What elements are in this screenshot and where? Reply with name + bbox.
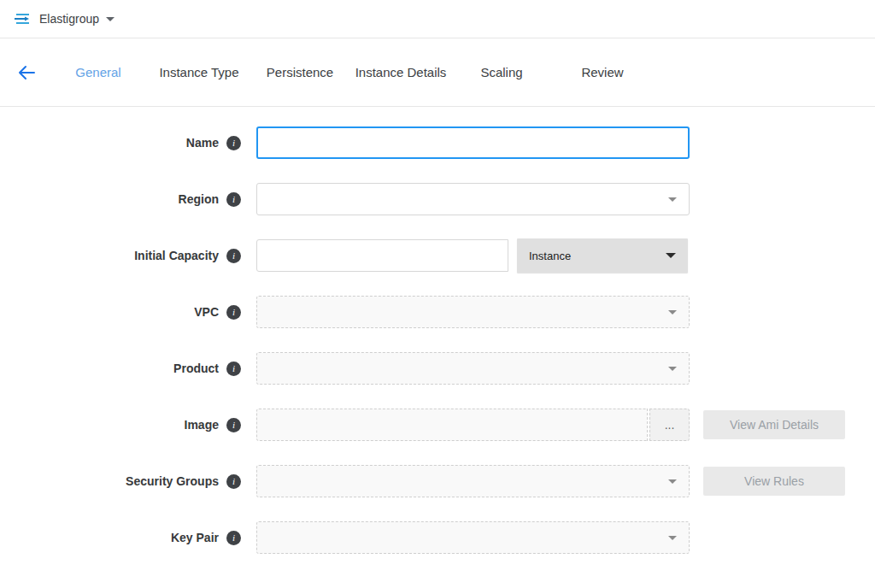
vpc-select[interactable] bbox=[256, 296, 690, 328]
product-label: Product bbox=[173, 362, 219, 375]
form-row-image: Image i ... View Ami Details bbox=[0, 409, 875, 441]
image-label: Image bbox=[185, 418, 219, 432]
key-pair-label: Key Pair bbox=[171, 531, 219, 544]
capacity-unit-select[interactable]: Instance bbox=[517, 238, 688, 273]
security-groups-label: Security Groups bbox=[126, 474, 219, 488]
general-settings-form: Name i Region i Initial Capacity i Insta… bbox=[0, 107, 875, 554]
tab-persistence[interactable]: Persistence bbox=[250, 65, 350, 79]
region-label: Region bbox=[179, 192, 219, 206]
security-groups-select[interactable] bbox=[256, 465, 690, 497]
form-row-name: Name i bbox=[0, 126, 875, 159]
name-info-icon[interactable]: i bbox=[226, 136, 241, 150]
initial-capacity-label: Initial Capacity bbox=[134, 249, 219, 262]
security-groups-info-icon[interactable]: i bbox=[226, 474, 241, 489]
vpc-label: VPC bbox=[194, 305, 219, 319]
form-row-initial-capacity: Initial Capacity i Instance bbox=[0, 239, 875, 272]
form-row-region: Region i bbox=[0, 183, 875, 215]
view-rules-button[interactable]: View Rules bbox=[703, 467, 845, 496]
tab-review[interactable]: Review bbox=[552, 65, 653, 79]
security-groups-caret-icon bbox=[668, 479, 677, 484]
tab-general[interactable]: General bbox=[48, 65, 149, 79]
key-pair-info-icon[interactable]: i bbox=[226, 531, 241, 545]
back-arrow-icon[interactable] bbox=[17, 65, 48, 80]
app-title: Elastigroup bbox=[39, 12, 99, 26]
elastigroup-logo-icon bbox=[13, 12, 32, 26]
vpc-info-icon[interactable]: i bbox=[226, 305, 241, 320]
key-pair-caret-icon bbox=[668, 536, 677, 540]
form-row-product: Product i bbox=[0, 352, 875, 385]
capacity-unit-caret-icon bbox=[666, 253, 676, 258]
form-row-key-pair: Key Pair i bbox=[0, 521, 875, 554]
product-info-icon[interactable]: i bbox=[226, 362, 241, 376]
form-row-security-groups: Security Groups i View Rules bbox=[0, 465, 875, 497]
tab-instance-details[interactable]: Instance Details bbox=[350, 65, 451, 79]
product-caret-icon bbox=[668, 367, 677, 371]
view-ami-details-button[interactable]: View Ami Details bbox=[703, 410, 845, 439]
capacity-unit-value: Instance bbox=[529, 250, 571, 262]
region-select[interactable] bbox=[256, 183, 690, 215]
tab-instance-type[interactable]: Instance Type bbox=[149, 65, 250, 79]
product-select[interactable] bbox=[256, 352, 690, 385]
key-pair-select[interactable] bbox=[256, 521, 690, 554]
wizard-tab-bar: General Instance Type Persistence Instan… bbox=[0, 38, 875, 107]
form-row-vpc: VPC i bbox=[0, 296, 875, 328]
name-label: Name bbox=[186, 136, 219, 150]
image-browse-button[interactable]: ... bbox=[649, 409, 690, 441]
initial-capacity-info-icon[interactable]: i bbox=[226, 249, 241, 263]
image-input[interactable] bbox=[256, 409, 648, 441]
name-input[interactable] bbox=[256, 126, 690, 159]
initial-capacity-input[interactable] bbox=[256, 239, 508, 272]
image-info-icon[interactable]: i bbox=[226, 418, 241, 432]
vpc-caret-icon bbox=[668, 310, 677, 315]
tab-scaling[interactable]: Scaling bbox=[451, 65, 552, 79]
topbar: Elastigroup bbox=[0, 0, 875, 38]
chevron-down-icon[interactable] bbox=[106, 17, 115, 21]
region-info-icon[interactable]: i bbox=[226, 192, 241, 207]
region-caret-icon bbox=[668, 197, 677, 202]
